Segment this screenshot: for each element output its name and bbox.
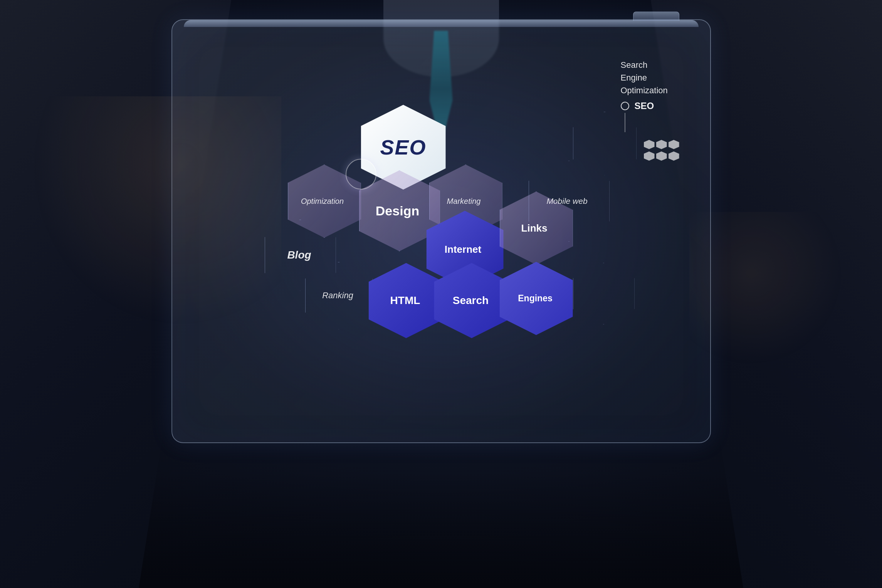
annotation-line	[625, 113, 625, 132]
tablet-device: SEO Design Optimization	[171, 19, 711, 443]
annotation-optimization: Optimization	[621, 84, 668, 97]
hex-ranking[interactable]: Ranking	[305, 263, 371, 328]
annotation-engine: Engine	[621, 71, 668, 84]
honeycomb-icon	[644, 140, 679, 161]
hex-extra-bottom-right	[573, 263, 635, 324]
annotation-search: Search	[621, 59, 668, 71]
hex-engines[interactable]: Engines	[500, 263, 571, 334]
tablet-top-bar	[184, 20, 699, 27]
touch-indicator	[346, 159, 376, 190]
seo-annotation: Search Engine Optimization SEO	[621, 59, 679, 161]
annotation-circle	[621, 102, 629, 110]
tablet-tab	[633, 12, 679, 21]
annotation-seo-label: SEO	[635, 101, 654, 111]
hex-search[interactable]: Search	[434, 264, 507, 337]
hex-html[interactable]: HTML	[369, 264, 442, 337]
hex-grid: SEO Design Optimization	[238, 74, 662, 344]
